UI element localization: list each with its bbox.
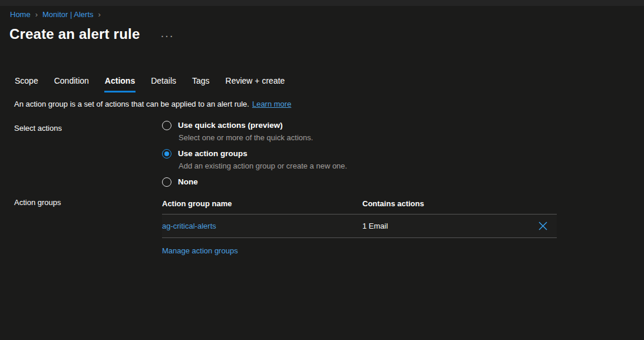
breadcrumb-separator-icon: › [98,10,101,19]
radio-button-none[interactable] [162,177,171,187]
radio-description: Select one or more of the quick actions. [179,133,347,143]
radio-button-action-groups[interactable] [162,149,171,159]
action-groups-label: Action groups [14,198,61,207]
tab-condition[interactable]: Condition [54,76,90,93]
action-group-link[interactable]: ag-critical-alerts [162,222,216,230]
column-header-action-group-name: Action group name [162,199,362,208]
breadcrumb: Home › Monitor | Alerts › [10,10,101,19]
select-actions-label: Select actions [14,124,62,133]
radio-option-none: None [162,177,347,187]
radio-description: Add an existing action group or create a… [179,161,347,171]
more-options-icon[interactable]: ··· [161,32,174,41]
breadcrumb-monitor-alerts-link[interactable]: Monitor | Alerts [42,10,93,19]
breadcrumb-home-link[interactable]: Home [10,10,31,19]
radio-button-quick-actions[interactable] [162,121,171,130]
radio-option-quick-actions: Use quick actions (preview) Select one o… [162,120,347,143]
tab-details[interactable]: Details [150,76,177,93]
manage-action-groups-link[interactable]: Manage action groups [162,246,238,255]
contains-actions-value: 1 Email [362,222,388,230]
tab-review-create[interactable]: Review + create [225,76,286,93]
page-header: Create an alert rule ··· [9,26,174,42]
table-row: ag-critical-alerts 1 Email [162,214,557,238]
radio-label[interactable]: Use quick actions (preview) [178,120,283,131]
window-top-strip [0,0,644,6]
tab-actions[interactable]: Actions [104,76,136,93]
column-header-contains-actions: Contains actions [362,199,557,208]
actions-description-text: An action group is a set of actions that… [14,100,249,108]
table-header-row: Action group name Contains actions [162,199,557,214]
radio-option-action-groups: Use action groups Add an existing action… [162,148,347,171]
select-actions-radio-group: Use quick actions (preview) Select one o… [162,120,347,193]
learn-more-link[interactable]: Learn more [252,100,291,108]
x-icon [538,221,548,231]
radio-label[interactable]: None [178,177,198,187]
remove-action-group-button[interactable] [537,220,549,232]
action-groups-table: Action group name Contains actions ag-cr… [162,199,557,255]
tab-tags[interactable]: Tags [191,76,210,93]
breadcrumb-separator-icon: › [35,10,38,19]
tab-scope[interactable]: Scope [14,76,39,93]
actions-description: An action group is a set of actions that… [14,100,291,108]
radio-label[interactable]: Use action groups [178,148,247,159]
page-title: Create an alert rule [9,26,140,42]
wizard-tabs: Scope Condition Actions Details Tags Rev… [14,76,285,93]
